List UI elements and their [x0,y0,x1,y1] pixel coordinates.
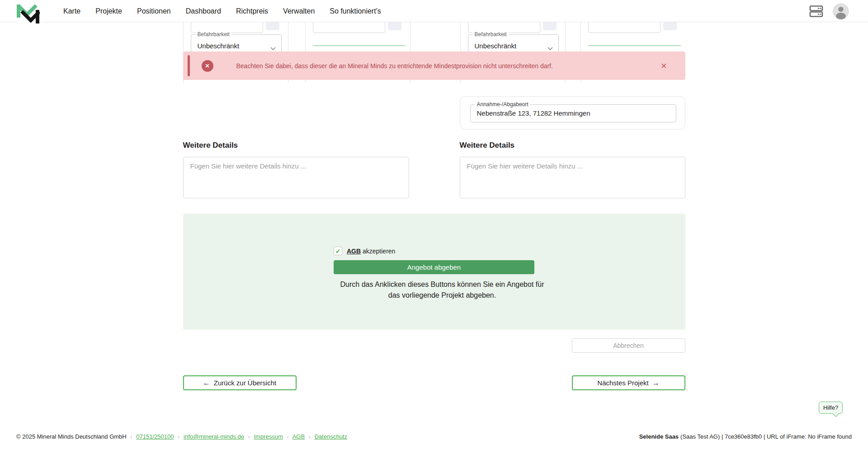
cancel-button[interactable]: Abbrechen [572,338,685,353]
footer-copyright: © 2025 Mineral Minds Deutschland GmbH [16,433,127,440]
offer-inner: ✓ AGB akzeptieren Angebot abgeben Durch … [334,214,534,301]
error-circle-icon: ✕ [202,60,213,72]
footer-app-info: (Saas Test AG) | 7ce360e83fb0 | URL of i… [680,433,852,440]
agb-checkbox[interactable]: ✓ [334,247,342,255]
cut-off-input[interactable] [313,22,385,33]
offer-panel: ✓ AGB akzeptieren Angebot abgeben Durch … [183,214,685,330]
agb-row: ✓ AGB akzeptieren [334,247,534,255]
footer-link-datenschutz[interactable]: Datenschutz [315,433,347,440]
footer-app-name: Selenide Saas [639,433,679,440]
pickup-location-input[interactable]: Annahme-/Abgabeort Nebenstraße 123, 7128… [470,104,676,122]
help-label: Hilfe? [823,404,838,411]
arrow-left-icon: ← [203,379,210,387]
nav-item-positionen[interactable]: Positionen [137,7,171,15]
nav-item-verwalten[interactable]: Verwalten [283,7,315,15]
agb-label-rest: akzeptieren [363,248,395,255]
details-section: Annahme-/Abgabeort Nebenstraße 123, 7128… [183,96,685,198]
nav-item-richtpreis[interactable]: Richtpreis [236,7,268,15]
pickup-location-label: Annahme-/Abgabeort [475,101,530,108]
agb-label: AGB akzeptieren [347,248,395,255]
details-textarea-left[interactable] [183,157,409,198]
befahrbarkeit-label: Befahrbarkeit [196,31,231,37]
cancel-row: Abbrechen [183,338,685,353]
mineral-minds-logo-icon[interactable] [16,3,40,25]
details-heading-left: Weitere Details [183,141,409,150]
next-button-label: Nächstes Projekt [597,379,648,387]
nav-item-projekte[interactable]: Projekte [95,7,122,15]
top-cards-region: Befahrbarkeit Unbeschränkt Befahrbarkeit… [183,22,685,83]
help-bubble[interactable]: Hilfe? [819,402,843,414]
page-footer: © 2025 Mineral Minds Deutschland GmbH · … [0,433,868,440]
arrow-right-icon: → [652,379,660,387]
footer-left: © 2025 Mineral Minds Deutschland GmbH · … [16,433,347,440]
navbar-actions [809,0,849,22]
empty-cell [183,96,409,130]
back-to-overview-button[interactable]: ← Zurück zur Übersicht [183,375,297,390]
user-avatar-icon[interactable] [833,3,849,19]
nav-item-so-funktionierts[interactable]: So funktioniert's [330,7,381,15]
help-bubble-tail [833,411,839,417]
footer-link-impressum[interactable]: Impressum [254,433,283,440]
details-textarea-right[interactable] [460,157,685,198]
main-navigation: Karte Projekte Positionen Dashboard Rich… [63,0,381,22]
agb-link[interactable]: AGB [347,248,361,255]
top-navbar: Karte Projekte Positionen Dashboard Rich… [0,0,868,22]
server-icon[interactable] [809,5,824,18]
befahrbarkeit-label: Befahrbarkeit [473,31,509,37]
pickup-location-card: Annahme-/Abgabeort Nebenstraße 123, 7128… [460,96,685,130]
pager-row: ← Zurück zur Übersicht Nächstes Projekt … [183,375,685,390]
befahrbarkeit-value: Unbeschränkt [475,42,517,50]
footer-link-email[interactable]: info@mineral-minds.de [184,433,244,440]
footer-link-phone[interactable]: 07151/250100 [136,433,174,440]
checkmark-icon: ✓ [335,248,341,254]
nav-item-karte[interactable]: Karte [63,7,80,15]
underlined-input[interactable] [313,45,406,46]
cut-off-button[interactable] [663,22,677,30]
submit-offer-button[interactable]: Angebot abgeben [334,260,534,274]
cut-off-button[interactable] [266,22,279,30]
pickup-location-value: Nebenstraße 123, 71282 Hemmingen [477,109,590,117]
close-icon[interactable]: ✕ [660,62,667,70]
cut-off-input[interactable] [588,22,660,33]
alert-message: Beachten Sie dabei, dass dieser die an M… [236,62,553,70]
nav-item-dashboard[interactable]: Dashboard [186,7,221,15]
cut-off-button[interactable] [388,22,401,30]
error-alert: ✕ Beachten Sie dabei, dass dieser die an… [183,51,685,80]
footer-link-agb[interactable]: AGB [292,433,305,440]
offer-description: Durch das Anklicken dieses Buttons könne… [334,279,551,301]
next-project-button[interactable]: Nächstes Projekt → [572,375,685,390]
underlined-input[interactable] [588,45,681,46]
befahrbarkeit-value: Unbeschränkt [198,42,240,50]
alert-accent-bar [188,55,190,76]
details-heading-right: Weitere Details [460,141,685,150]
main-content: Befahrbarkeit Unbeschränkt Befahrbarkeit… [183,22,685,390]
cut-off-button[interactable] [543,22,557,30]
footer-right: Selenide Saas(Saas Test AG) | 7ce360e83f… [639,433,852,440]
back-button-label: Zurück zur Übersicht [214,379,276,387]
